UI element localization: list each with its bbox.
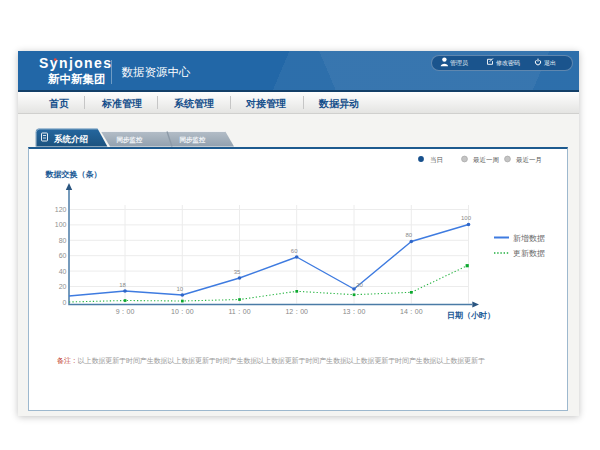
svg-text:同步监控: 同步监控 [117, 136, 144, 144]
svg-text:60: 60 [59, 252, 67, 259]
svg-text:35: 35 [234, 269, 241, 275]
svg-text:10：00: 10：00 [171, 308, 194, 315]
svg-text:9：00: 9：00 [116, 308, 135, 315]
svg-text:100: 100 [55, 221, 67, 228]
svg-text:20: 20 [59, 283, 67, 290]
svg-text:0: 0 [63, 299, 67, 306]
svg-text:12：00: 12：00 [285, 308, 308, 315]
svg-text:120: 120 [55, 206, 67, 213]
svg-text:最近一周: 最近一周 [473, 156, 499, 163]
svg-text:更新数据: 更新数据 [513, 249, 545, 258]
svg-text:新增数据: 新增数据 [513, 234, 545, 243]
svg-text:40: 40 [59, 268, 67, 275]
svg-text:80: 80 [405, 232, 412, 238]
svg-text:11：00: 11：00 [228, 308, 250, 315]
svg-text:13：00: 13：00 [343, 308, 366, 315]
svg-text:最近一月: 最近一月 [516, 156, 542, 164]
svg-text:60: 60 [291, 248, 298, 254]
svg-text:同步监控: 同步监控 [180, 136, 207, 144]
svg-text:日期（小时）: 日期（小时） [447, 311, 495, 320]
svg-text:10: 10 [176, 286, 183, 292]
svg-text:20: 20 [356, 282, 363, 288]
svg-text:18: 18 [119, 282, 126, 288]
svg-text:数据交换（条）: 数据交换（条） [45, 170, 102, 179]
svg-text:系统介绍: 系统介绍 [53, 134, 89, 144]
svg-text:100: 100 [461, 215, 472, 221]
svg-text:当日: 当日 [430, 156, 443, 163]
svg-text:80: 80 [59, 237, 67, 244]
svg-text:14：00: 14：00 [400, 308, 423, 315]
